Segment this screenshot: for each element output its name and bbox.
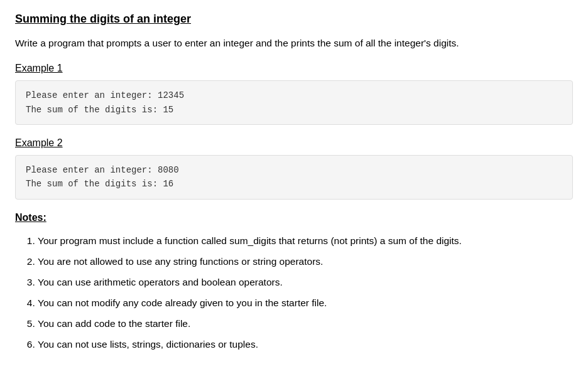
list-item: You are not allowed to use any string fu… xyxy=(38,252,573,271)
notes-list: Your program must include a function cal… xyxy=(15,231,573,354)
example-1-line-1: Please enter an integer: 12345 xyxy=(26,88,562,102)
description-text: Write a program that prompts a user to e… xyxy=(15,36,573,50)
example-2-line-1: Please enter an integer: 8080 xyxy=(26,163,562,177)
example-1-line-2: The sum of the digits is: 15 xyxy=(26,103,562,117)
list-item: You can not use lists, strings, dictiona… xyxy=(38,334,573,354)
example-1-code: Please enter an integer: 12345 The sum o… xyxy=(15,80,573,125)
list-item: You can add code to the starter file. xyxy=(38,314,573,333)
notes-heading: Notes: xyxy=(15,212,573,223)
list-item: You can use arithmetic operators and boo… xyxy=(38,272,573,292)
example-2-code: Please enter an integer: 8080 The sum of… xyxy=(15,155,573,200)
example-1-heading: Example 1 xyxy=(15,63,573,74)
list-item: Your program must include a function cal… xyxy=(38,231,573,250)
list-item: You can not modify any code already give… xyxy=(38,293,573,313)
example-2-line-2: The sum of the digits is: 16 xyxy=(26,177,562,191)
page-title: Summing the digits of an integer xyxy=(15,13,573,26)
example-2-heading: Example 2 xyxy=(15,137,573,149)
